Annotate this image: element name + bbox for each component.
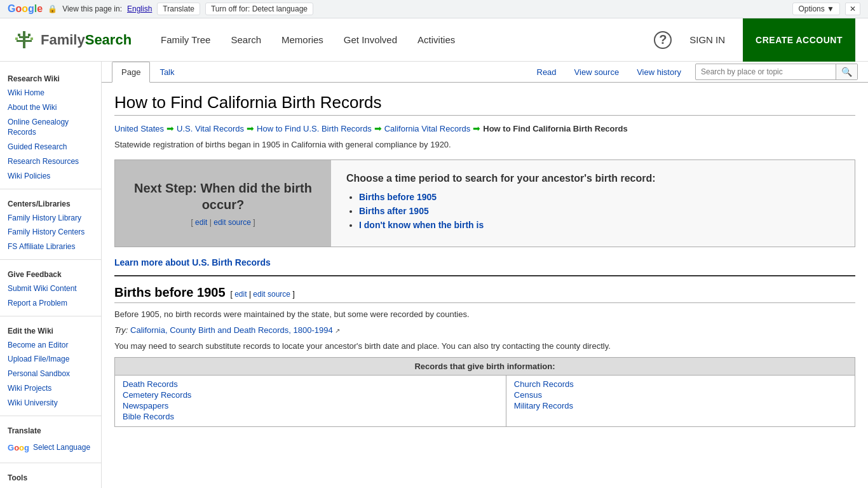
list-item: Births after 1905	[359, 206, 839, 216]
breadcrumb-arrow-1: ➡	[166, 123, 174, 133]
county-records-link[interactable]: California, County Birth and Death Recor…	[130, 325, 333, 335]
sidebar-link-wiki-home[interactable]: Wiki Home	[0, 86, 101, 100]
svg-rect-7	[31, 37, 33, 40]
svg-rect-8	[17, 40, 32, 42]
record-church[interactable]: Church Records	[514, 379, 847, 389]
close-translate-button[interactable]: ✕	[845, 3, 860, 15]
sidebar-link-family-history-library[interactable]: Family History Library	[0, 211, 101, 226]
tab-view-source[interactable]: View source	[566, 62, 628, 82]
sidebar-link-become-editor[interactable]: Become an Editor	[0, 338, 101, 353]
article-intro: Statewide registration of births began i…	[114, 140, 855, 149]
nav-get-involved[interactable]: Get Involved	[334, 18, 407, 62]
google-small-logo: Goog	[8, 443, 29, 452]
sidebar-link-online-genealogy[interactable]: Online Genealogy Records	[0, 115, 101, 140]
sidebar-divider-2	[0, 259, 101, 260]
sidebar-link-upload-file[interactable]: Upload File/Image	[0, 352, 101, 367]
record-cemetery[interactable]: Cemetery Records	[123, 390, 498, 400]
svg-rect-0	[23, 31, 25, 35]
options-button[interactable]: Options ▼	[792, 3, 840, 15]
section-edit-source-link[interactable]: edit source	[253, 290, 290, 299]
main-nav: Family Tree Search Memories Get Involved…	[151, 18, 654, 62]
main-header: FamilySearch Family Tree Search Memories…	[0, 18, 868, 62]
create-account-button[interactable]: CREATE ACCOUNT	[743, 18, 855, 62]
sidebar-link-personal-sandbox[interactable]: Personal Sandbox	[0, 367, 101, 381]
records-col2: Church Records Census Military Records	[506, 376, 855, 427]
breadcrumb-us[interactable]: United States	[114, 124, 164, 133]
breadcrumb-us-birth[interactable]: How to Find U.S. Birth Records	[257, 124, 372, 133]
content-layout: Research Wiki Wiki Home About the Wiki O…	[0, 62, 868, 488]
breadcrumb-ca-vital[interactable]: California Vital Records	[384, 124, 471, 133]
familysearch-logo-icon	[13, 29, 36, 51]
sidebar-link-submit-wiki[interactable]: Submit Wiki Content	[0, 281, 101, 296]
wiki-search-input[interactable]	[696, 65, 836, 79]
logo-text: FamilySearch	[41, 32, 132, 48]
decision-box: Next Step: When did the birth occur? [ e…	[114, 159, 855, 247]
sidebar-section-edit: Edit the Wiki	[0, 322, 101, 338]
nav-activities[interactable]: Activities	[407, 18, 465, 62]
logo-area: FamilySearch	[13, 29, 132, 51]
sidebar-link-fs-affiliate[interactable]: FS Affiliate Libraries	[0, 240, 101, 254]
nav-memories[interactable]: Memories	[271, 18, 334, 62]
next-step-title: Next Step: When did the birth occur?	[128, 180, 318, 213]
record-census[interactable]: Census	[514, 390, 847, 400]
turn-off-button[interactable]: Turn off for: Detect language	[205, 3, 313, 15]
tab-view-history[interactable]: View history	[628, 62, 690, 82]
decision-left: Next Step: When did the birth occur? [ e…	[115, 160, 331, 247]
section-edit-link[interactable]: edit	[234, 290, 247, 299]
translate-bar: Google 🔒 View this page in: English Tran…	[0, 0, 868, 18]
sidebar-divider-4	[0, 416, 101, 416]
decision-edit-source-link[interactable]: edit source	[214, 218, 251, 227]
tab-right-actions: Read View source View history 🔍	[528, 62, 858, 82]
sidebar-link-wiki-university[interactable]: Wiki University	[0, 396, 101, 410]
article-title: How to Find California Birth Records	[114, 93, 855, 116]
sign-in-button[interactable]: SIGN IN	[682, 29, 733, 50]
learn-more-link[interactable]: Learn more about U.S. Birth Records	[114, 257, 271, 268]
record-military[interactable]: Military Records	[514, 401, 847, 410]
language-link[interactable]: English	[127, 4, 152, 13]
breadcrumb-us-vital[interactable]: U.S. Vital Records	[177, 124, 244, 133]
section-title-text: Births before 1905	[114, 285, 226, 300]
try-label: Try:	[114, 325, 128, 335]
sidebar-section-tools: Tools	[0, 468, 101, 485]
decision-edit-link[interactable]: edit	[195, 218, 207, 227]
breadcrumb-arrow-4: ➡	[473, 123, 480, 133]
tab-page[interactable]: Page	[112, 62, 150, 83]
sidebar-link-wiki-policies[interactable]: Wiki Policies	[0, 169, 101, 184]
main-content: Page Talk Read View source View history …	[102, 62, 868, 488]
header-right: ? SIGN IN CREATE ACCOUNT	[654, 18, 855, 62]
nav-family-tree[interactable]: Family Tree	[151, 18, 220, 62]
breadcrumb: United States ➡ U.S. Vital Records ➡ How…	[114, 123, 855, 133]
sidebar-link-about-wiki[interactable]: About the Wiki	[0, 100, 101, 115]
help-icon[interactable]: ?	[654, 31, 672, 49]
sidebar-link-guided-research[interactable]: Guided Research	[0, 140, 101, 154]
sidebar-section-centers: Centers/Libraries	[0, 194, 101, 211]
learn-more-link-area: Learn more about U.S. Birth Records	[114, 257, 855, 268]
record-newspapers[interactable]: Newspapers	[123, 401, 498, 410]
list-item: Births before 1905	[359, 192, 839, 202]
sidebar-link-wiki-projects[interactable]: Wiki Projects	[0, 381, 101, 396]
option-births-after-1905[interactable]: Births after 1905	[359, 206, 429, 216]
sidebar-link-family-history-centers[interactable]: Family History Centers	[0, 225, 101, 240]
wiki-search-button[interactable]: 🔍	[836, 64, 857, 79]
sidebar-link-what-links[interactable]: What links here	[0, 485, 101, 488]
sidebar-link-report-problem[interactable]: Report a Problem	[0, 296, 101, 311]
tab-read[interactable]: Read	[528, 62, 566, 82]
nav-search[interactable]: Search	[220, 18, 271, 62]
wiki-search-box: 🔍	[695, 64, 858, 80]
records-table: Records that give birth information: Dea…	[114, 357, 855, 427]
sidebar: Research Wiki Wiki Home About the Wiki O…	[0, 62, 102, 488]
option-births-before-1905[interactable]: Births before 1905	[359, 192, 437, 202]
try-link-area: Try: California, County Birth and Death …	[114, 325, 855, 335]
tab-talk[interactable]: Talk	[150, 62, 184, 83]
record-bible[interactable]: Bible Records	[123, 412, 498, 421]
external-link-icon: ↗	[335, 327, 340, 334]
section1-text: Before 1905, no birth records were maint…	[114, 309, 855, 319]
translate-label: View this page in:	[62, 4, 122, 13]
select-language-link[interactable]: Select Language	[33, 443, 90, 452]
option-dont-know[interactable]: I don't know when the birth is	[359, 220, 484, 230]
translate-button[interactable]: Translate	[157, 3, 200, 15]
translate-widget: Goog Select Language	[0, 438, 101, 458]
breadcrumb-arrow-2: ➡	[247, 123, 254, 133]
sidebar-link-research-resources[interactable]: Research Resources	[0, 154, 101, 169]
record-death[interactable]: Death Records	[123, 379, 498, 389]
